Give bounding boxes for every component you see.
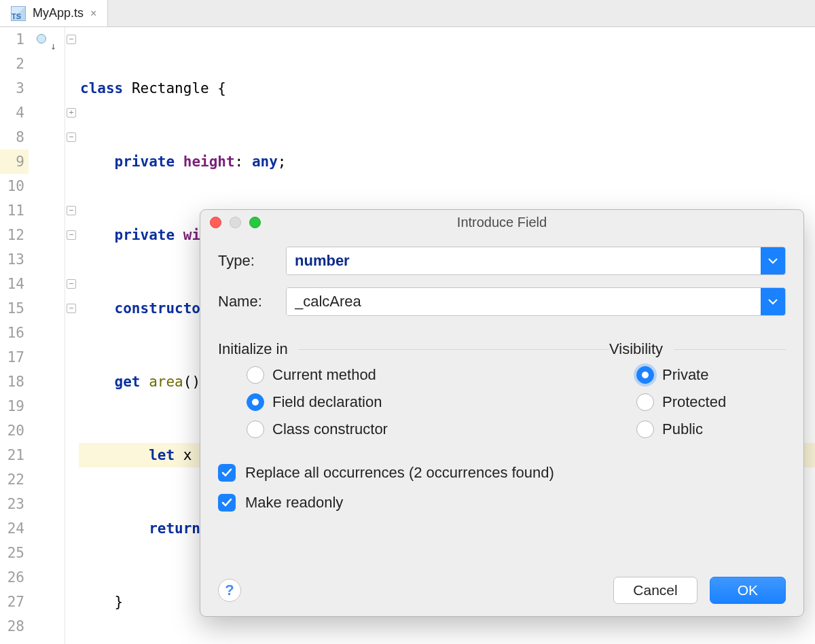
down-arrow-icon: ↓ [50,34,56,58]
radio-label: Current method [272,366,376,384]
radio-icon [636,366,654,384]
line-number: 4 [0,101,29,125]
checkbox-replace-all[interactable]: Replace all occurrences (2 occurrences f… [218,464,786,482]
type-combo[interactable] [286,247,786,275]
checkbox-make-readonly[interactable]: Make readonly [218,494,786,512]
fold-toggle-icon[interactable]: − [67,230,76,240]
cancel-button[interactable]: Cancel [613,577,697,604]
fold-expand-icon[interactable]: + [67,108,76,118]
visibility-label: Visibility [609,340,663,358]
line-number: 15 [0,296,29,321]
divider [299,349,609,350]
introduce-field-dialog: Introduce Field Type: Name: [200,209,804,617]
file-tab[interactable]: TS MyApp.ts × [0,0,108,26]
chevron-down-icon [768,257,778,264]
type-dropdown-button[interactable] [761,247,785,274]
line-number: 22 [0,467,29,492]
type-input[interactable] [287,247,761,274]
radio-icon [636,393,654,411]
radio-field-declaration[interactable]: Field declaration [247,393,609,411]
typescript-file-icon: TS [11,6,26,21]
radio-current-method[interactable]: Current method [247,366,609,384]
fold-close-icon[interactable]: − [67,279,76,289]
radio-class-constructor[interactable]: Class constructor [247,421,609,438]
tab-bar: TS MyApp.ts × [0,0,815,27]
help-button[interactable]: ? [218,579,241,602]
line-number: 3 [0,76,29,101]
line-number: 13 [0,247,29,272]
name-label: Name: [218,293,286,310]
line-number: 1 [0,27,29,52]
implements-gutter-icon[interactable] [37,34,46,43]
checkbox-icon [218,494,236,512]
divider [674,349,786,350]
fold-close-icon[interactable]: − [67,304,76,313]
line-number: 9 [0,149,29,174]
fold-toggle-icon[interactable]: − [67,35,76,44]
line-number: 2 [0,52,29,76]
line-number: 11 [0,198,29,223]
radio-private[interactable]: Private [636,366,765,384]
dialog-titlebar[interactable]: Introduce Field [200,210,803,234]
fold-toggle-icon[interactable]: − [67,132,76,142]
line-number: 25 [0,541,29,565]
line-number: 8 [0,125,29,149]
line-number: 14 [0,272,29,296]
line-number-gutter: 1234891011121314151617181920212223242526… [0,27,33,644]
radio-label: Class constructor [272,421,388,438]
chevron-down-icon [768,298,778,305]
line-number: 16 [0,321,29,345]
line-number: 12 [0,223,29,247]
line-number: 27 [0,590,29,614]
checkbox-label: Make readonly [245,494,343,512]
line-number: 28 [0,614,29,639]
line-number: 26 [0,565,29,590]
gutter-icon-strip: ↓ [33,27,65,644]
code-line: private height: any; [79,149,815,174]
radio-public[interactable]: Public [636,421,765,438]
checkbox-icon [218,464,236,482]
radio-label: Protected [662,393,726,411]
radio-icon [247,366,264,384]
line-number: 21 [0,443,29,467]
ok-button[interactable]: OK [710,577,786,604]
radio-icon [247,421,264,438]
line-number: 24 [0,516,29,541]
line-number: 23 [0,492,29,516]
radio-label: Field declaration [272,393,382,411]
name-dropdown-button[interactable] [761,288,785,315]
radio-label: Private [662,366,708,384]
line-number: 20 [0,418,29,443]
line-number: 18 [0,370,29,394]
line-number: 19 [0,394,29,418]
radio-icon [247,393,264,411]
fold-close-icon[interactable]: − [67,206,76,215]
initialize-in-label: Initialize in [218,340,288,358]
close-icon[interactable]: × [90,7,96,20]
dialog-title: Introduce Field [200,215,803,230]
radio-icon [636,421,654,438]
tab-filename: MyApp.ts [33,6,84,20]
radio-label: Public [662,421,703,438]
line-number: 10 [0,174,29,198]
code-line: class Rectangle { [79,76,815,101]
radio-protected[interactable]: Protected [636,393,765,411]
line-number: 17 [0,345,29,370]
checkbox-label: Replace all occurrences (2 occurrences f… [245,464,554,482]
type-label: Type: [218,252,286,270]
name-input[interactable] [287,288,761,315]
name-combo[interactable] [286,287,786,316]
fold-column: − + − − − − − [65,27,79,644]
